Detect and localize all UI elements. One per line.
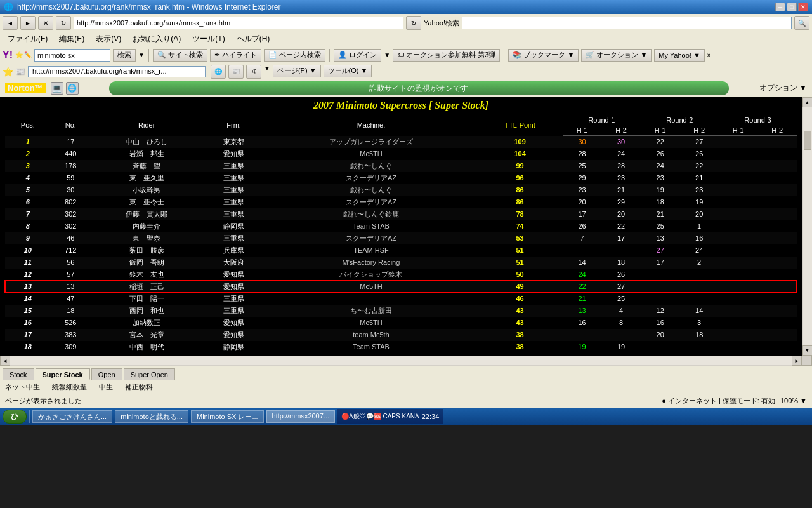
- h-scroll-left[interactable]: ◄: [0, 356, 10, 366]
- menu-help[interactable]: ヘルプ(H): [232, 32, 275, 46]
- search-button[interactable]: 🔍: [794, 16, 809, 30]
- norton-warning[interactable]: 詐欺サイトの監視がオンです: [109, 81, 729, 95]
- cell-r2h1: 22: [641, 136, 680, 148]
- auction-btn[interactable]: 🏷 オークション参加無料 第3弾: [393, 49, 500, 62]
- horizontal-scrollbar[interactable]: ◄ ►: [0, 356, 812, 366]
- taskbar-item-4[interactable]: http://mmsx2007...: [266, 410, 335, 423]
- cell-r1h1: 30: [563, 136, 602, 148]
- close-button[interactable]: ✕: [798, 3, 808, 11]
- start-button[interactable]: ひ: [3, 410, 27, 424]
- cell-no: 440: [51, 148, 91, 160]
- rss-icon: 📰: [16, 67, 25, 76]
- bookmark-btn[interactable]: 📚 ブックマーク ▼: [508, 49, 579, 62]
- yahoo-search-input[interactable]: [462, 17, 792, 29]
- ime-item-3[interactable]: 中生: [99, 382, 113, 392]
- cell-rider: 下田 陽一: [91, 293, 203, 305]
- fav-nav-2[interactable]: 📰: [228, 65, 244, 79]
- menu-view[interactable]: 表示(V): [91, 32, 126, 46]
- scroll-corner: [802, 356, 812, 366]
- myyahoo-btn[interactable]: My Yahoo! ▼: [654, 49, 705, 62]
- ime-item-1[interactable]: ネット中生: [5, 382, 40, 392]
- cell-machine: 戯れ〜しんぐ: [265, 184, 478, 196]
- refresh-go-button[interactable]: ↻: [406, 16, 421, 30]
- cell-no: 47: [51, 293, 91, 305]
- tab-stock[interactable]: Stock: [3, 368, 34, 380]
- taskbar-item-3[interactable]: Minimoto SX レー...: [191, 410, 264, 423]
- tools-btn[interactable]: ツール(O) ▼: [324, 65, 372, 77]
- yahoo-search-btn[interactable]: 検索: [113, 49, 136, 62]
- cell-pos: 16: [5, 317, 51, 329]
- refresh-button[interactable]: ↻: [56, 16, 71, 30]
- h-scroll-track[interactable]: [10, 356, 792, 365]
- stop-button[interactable]: ✕: [38, 16, 53, 30]
- menu-bar: ファイル(F) 編集(E) 表示(V) お気に入り(A) ツール(T) ヘルプ(…: [0, 32, 812, 46]
- cell-machine: Team STAB: [265, 220, 478, 232]
- taskbar-item-2[interactable]: minimotoと戯れる...: [115, 410, 188, 423]
- ime-item-4[interactable]: 補正物科: [125, 382, 153, 392]
- page-search-btn[interactable]: 📄 ページ内検索: [264, 49, 325, 62]
- cell-frm: 三重県: [203, 305, 265, 317]
- cell-ttl: 86: [477, 196, 563, 208]
- menu-tools[interactable]: ツール(T): [187, 32, 230, 46]
- cell-r1h1: 26: [563, 220, 602, 232]
- cell-no: 302: [51, 220, 91, 232]
- cell-r1h2: 26: [601, 269, 641, 281]
- h-scroll-right[interactable]: ►: [792, 356, 802, 366]
- auction2-btn[interactable]: 🛒 オークション ▼: [581, 49, 652, 62]
- title-text: 🌐 http://mmsx2007.bakufu.org/rank/mmsx_r…: [4, 3, 281, 11]
- vertical-scrollbar[interactable]: ▲ ▼: [802, 97, 812, 356]
- forward-button[interactable]: ►: [20, 16, 36, 30]
- tab-open[interactable]: Open: [91, 368, 122, 380]
- maximize-button[interactable]: □: [787, 3, 797, 11]
- scroll-track[interactable]: [803, 107, 812, 345]
- cell-no: 712: [51, 244, 91, 257]
- options-label[interactable]: オプション ▼: [759, 83, 807, 93]
- norton-icon-1[interactable]: 💻: [51, 82, 63, 95]
- scroll-thumb[interactable]: [804, 131, 811, 150]
- login-btn[interactable]: 👤 ログイン: [334, 49, 381, 62]
- cell-r3h1: [719, 305, 758, 317]
- scroll-up-button[interactable]: ▲: [802, 97, 813, 107]
- address-input[interactable]: [74, 17, 403, 29]
- cell-pos: 1: [5, 136, 51, 148]
- taskbar-item-1[interactable]: かぁきごきけんさん...: [32, 410, 112, 423]
- site-search-btn[interactable]: 🔍 サイト検索: [153, 49, 207, 62]
- page-btn[interactable]: ページ(P) ▼: [273, 65, 321, 77]
- cell-r3h2: [757, 160, 797, 172]
- ime-item-2[interactable]: 続報細数聖: [52, 382, 87, 392]
- norton-icon-2[interactable]: 🌐: [66, 82, 79, 95]
- cell-r2h1: 21: [641, 208, 680, 220]
- back-button[interactable]: ◄: [3, 16, 18, 30]
- cell-r2h2: 26: [679, 148, 719, 160]
- scroll-down-button[interactable]: ▼: [802, 345, 813, 356]
- table-row: 4 59 東 亜久里 三重県 スクーデリアAZ 96 29 23 23 21: [5, 172, 797, 184]
- minimize-button[interactable]: ─: [775, 3, 785, 11]
- menu-favorites[interactable]: お気に入り(A): [128, 32, 186, 46]
- cell-machine: ち〜む古新田: [265, 305, 478, 317]
- menu-file[interactable]: ファイル(F): [3, 32, 53, 46]
- status-bar: ページが表示されました ● インターネット | 保護モード: 有効 100% ▼: [0, 394, 812, 408]
- cell-machine: TEAM HSF: [265, 244, 478, 257]
- cell-r3h2: [757, 244, 797, 257]
- cell-frm: 静岡県: [203, 341, 265, 353]
- cell-r3h2: [757, 208, 797, 220]
- cell-r2h2: 18: [679, 329, 719, 341]
- cell-r2h1: 18: [641, 196, 680, 208]
- col-round1: Round-1: [563, 115, 641, 125]
- fav-nav-1[interactable]: 🌐: [211, 65, 226, 79]
- zoom-level[interactable]: 100% ▼: [780, 397, 807, 404]
- cell-pos: 10: [5, 244, 51, 257]
- more-arrow[interactable]: »: [707, 51, 711, 58]
- menu-edit[interactable]: 編集(E): [54, 32, 89, 46]
- tab-super-stock[interactable]: Super Stock: [36, 368, 90, 380]
- cell-r1h1: [563, 244, 602, 257]
- highlight-btn[interactable]: ✒ ハイライト: [210, 49, 261, 62]
- cell-frm: 三重県: [203, 172, 265, 184]
- cell-r2h2: 20: [679, 208, 719, 220]
- tab-super-open[interactable]: Super Open: [124, 368, 175, 380]
- yahoo-search-toolbar-input[interactable]: [34, 49, 110, 62]
- cell-r2h2: 24: [679, 244, 719, 257]
- cell-r1h2: [601, 329, 641, 341]
- cell-rider: 加納数正: [91, 317, 203, 329]
- fav-print[interactable]: 🖨: [246, 65, 261, 79]
